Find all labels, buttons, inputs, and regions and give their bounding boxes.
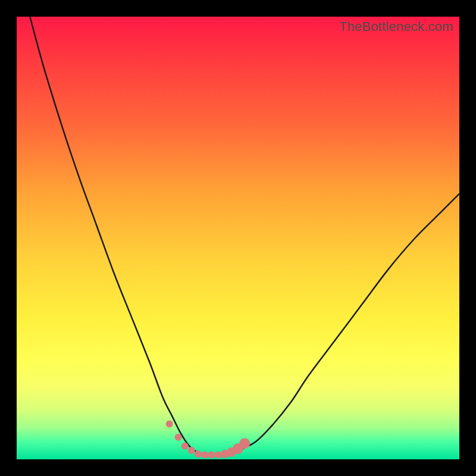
trough-marker [201,452,208,459]
trough-marker [188,447,195,454]
outer-frame: TheBottleneck.com [0,0,476,476]
trough-marker [166,421,173,428]
trough-marker [175,434,182,441]
bottleneck-curve-path [30,17,459,455]
trough-marker [239,438,250,449]
trough-marker [215,452,222,459]
chart-plot-area: TheBottleneck.com [17,17,459,459]
chart-svg [17,17,459,459]
trough-marker [208,452,215,459]
trough-marker-group [166,421,250,459]
trough-marker [195,450,202,458]
trough-marker [181,443,189,450]
